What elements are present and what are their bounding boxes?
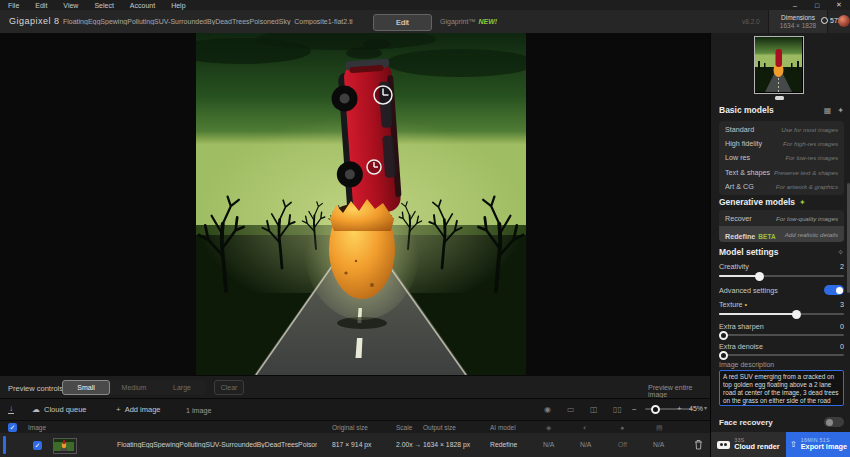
add-image-label: Add image [125, 405, 161, 414]
row-ai-model[interactable]: Redefine [490, 441, 517, 448]
close-icon[interactable]: ✕ [828, 1, 850, 9]
advanced-settings-label: Advanced settings [719, 286, 778, 295]
sharpen-column-icon: ◈ [546, 424, 551, 432]
menu-view[interactable]: View [55, 2, 86, 9]
dimensions-value: 1634 × 1828 [780, 22, 816, 29]
advanced-settings-toggle[interactable] [824, 285, 844, 295]
minimize-icon[interactable]: – [784, 2, 806, 9]
queue-table-row[interactable]: ✓ FloatingEggSpewingPollutingSUV-Surroun… [0, 433, 710, 457]
maximize-icon[interactable]: □ [806, 2, 828, 9]
edit-button[interactable]: Edit [373, 14, 432, 31]
col-original-size: Original size [332, 424, 368, 431]
select-all-checkbox[interactable]: ✓ [8, 423, 17, 432]
model-name: Art & CG [725, 182, 754, 191]
menu-select[interactable]: Select [86, 2, 121, 9]
settings-sparkle-icon[interactable]: ✧ [837, 248, 844, 257]
image-canvas: Use Redefine settings Click on an area o… [0, 33, 710, 375]
face-recovery-toggle[interactable] [824, 417, 844, 427]
creativity-slider[interactable] [719, 275, 844, 277]
zoom-slider-handle[interactable] [651, 405, 660, 414]
collapse-queue-icon[interactable]: ↓ [8, 405, 14, 414]
row-face-recovery: Off [618, 441, 627, 448]
creativity-label: Creativity [719, 262, 749, 271]
delete-row-icon[interactable] [694, 439, 703, 450]
clear-previews-button[interactable]: Clear [214, 380, 244, 395]
model-redefine[interactable]: RedefineBETA Add realistic details [719, 226, 844, 242]
model-name: High fidelity [725, 139, 762, 148]
zoom-in-icon[interactable]: + [677, 404, 682, 413]
extra-denoise-slider[interactable] [719, 354, 844, 356]
image-description-input[interactable]: A red SUV emerging from a cracked on top… [719, 370, 844, 406]
model-name: Recover [725, 214, 752, 223]
zoom-dropdown-chevron-icon[interactable]: ▾ [704, 404, 707, 411]
model-grid-icon[interactable]: ▦ [824, 106, 832, 115]
row-scale[interactable]: 2.00x → [396, 441, 421, 448]
image-description-label: Image description [719, 361, 774, 368]
model-desc: For high-res images [783, 140, 838, 147]
preview-image-art [196, 33, 526, 375]
model-desc: For low-res images [785, 154, 838, 161]
preview-image[interactable] [196, 33, 526, 375]
face-recovery-label: Face recovery [719, 418, 773, 427]
cloud-icon: ☁ [32, 405, 40, 414]
model-standard[interactable]: Standard Use for most images [719, 122, 844, 136]
row-output-size: 1634 × 1828 px [423, 441, 470, 448]
queue-toolbar: ↓ ☁ Cloud queue + Add image 1 image ◉ ▭ … [0, 398, 710, 421]
beta-badge: BETA [758, 233, 775, 240]
model-art-cg[interactable]: Art & CG For artwork & graphics [719, 180, 844, 194]
navigator-thumbnail[interactable] [754, 36, 804, 94]
open-filename: FloatingEggSpewingPollutingSUV-Surrounde… [63, 18, 353, 25]
eye-icon[interactable]: ◉ [544, 405, 551, 414]
version-label: v8.2.0 [742, 18, 760, 25]
single-view-icon[interactable]: ▭ [567, 405, 575, 414]
model-desc: For artwork & graphics [776, 183, 838, 190]
preview-size-large[interactable]: Large [158, 380, 206, 395]
row-original-size: 817 × 914 px [332, 441, 372, 448]
cloud-queue-button[interactable]: ☁ Cloud queue [32, 405, 87, 414]
navigator-zoom-handle[interactable] [775, 96, 784, 100]
export-image-button[interactable]: ⇧ 16MIN 51S Export image [786, 432, 850, 457]
auto-model-sparkle-icon[interactable]: ✦ [837, 106, 844, 115]
preview-size-small[interactable]: Small [62, 380, 110, 395]
preview-entire-image-button[interactable]: Preview entire image [648, 384, 710, 398]
row-thumbnail [53, 438, 77, 454]
menu-edit[interactable]: Edit [27, 2, 55, 9]
plus-icon: + [116, 405, 121, 414]
zoom-out-icon[interactable]: − [632, 405, 637, 414]
face-recovery-column-icon: ● [620, 424, 624, 431]
top-bar: Gigapixel 8 FloatingEggSpewingPollutingS… [0, 10, 850, 34]
gigapixel-window: File Edit View Select Account Help – □ ✕… [0, 0, 850, 457]
gigaprint-link[interactable]: Gigaprint™NEW! [440, 18, 497, 25]
texture-modified-dot: • [745, 300, 748, 309]
zoom-level-value[interactable]: 45% [689, 405, 703, 412]
dimensions-dropdown[interactable]: Dimensions 1634 × 1828 [768, 10, 828, 33]
coin-icon [821, 17, 828, 24]
side-by-side-view-icon[interactable]: ▯▯ [613, 405, 622, 414]
dimensions-label: Dimensions [781, 14, 815, 21]
model-desc: Add realistic details [785, 231, 838, 238]
split-view-icon[interactable]: ◫ [590, 405, 598, 414]
cloud-render-button[interactable]: 33S Cloud render [711, 432, 786, 457]
menu-file[interactable]: File [0, 2, 27, 9]
menu-help[interactable]: Help [163, 2, 193, 9]
extra-denoise-label: Extra denoise [719, 342, 763, 351]
user-avatar[interactable] [838, 15, 850, 27]
row-checkbox[interactable]: ✓ [33, 441, 42, 450]
col-image: Image [28, 424, 46, 431]
preview-size-group: Small Medium Large [62, 380, 206, 395]
settings-panel: Basic models ▦ ✦ Standard Use for most i… [710, 33, 850, 457]
add-image-button[interactable]: + Add image [116, 405, 161, 414]
model-recover[interactable]: Recover For low-quality images [719, 210, 844, 226]
model-low-res[interactable]: Low res For low-res images [719, 151, 844, 165]
menu-account[interactable]: Account [122, 2, 163, 9]
model-high-fidelity[interactable]: High fidelity For high-res images [719, 136, 844, 150]
col-output-size: Output size [423, 424, 456, 431]
cloud-queue-label: Cloud queue [44, 405, 87, 414]
model-text-shapes[interactable]: Text & shapes Preserve text & shapes [719, 165, 844, 179]
extra-sharpen-label: Extra sharpen [719, 322, 764, 331]
model-name: Redefine [725, 232, 755, 241]
preview-size-medium[interactable]: Medium [110, 380, 158, 395]
texture-slider[interactable] [719, 313, 844, 315]
extra-sharpen-slider[interactable] [719, 334, 844, 336]
model-desc: Preserve text & shapes [774, 169, 838, 176]
